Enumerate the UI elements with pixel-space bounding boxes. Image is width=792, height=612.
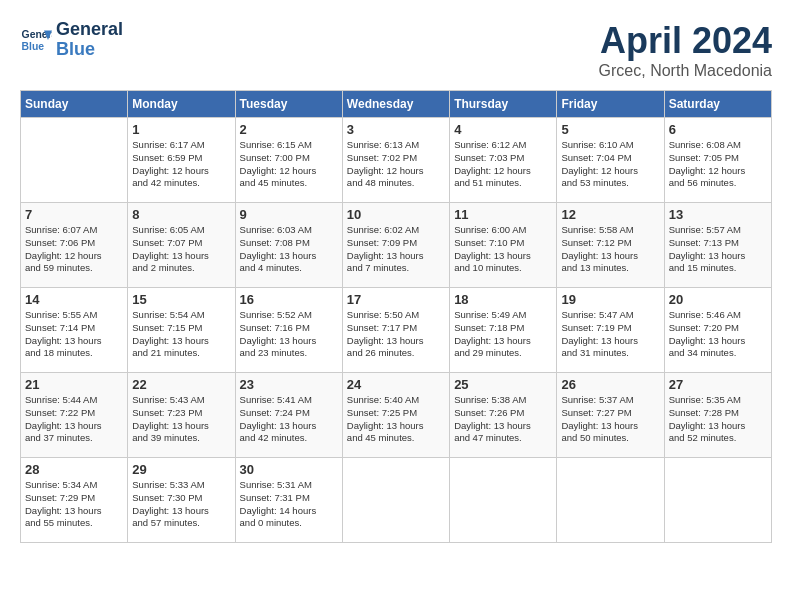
calendar-cell: 21Sunrise: 5:44 AM Sunset: 7:22 PM Dayli… [21, 373, 128, 458]
header: General Blue General Blue April 2024 Grc… [20, 20, 772, 80]
day-number: 22 [132, 377, 230, 392]
day-info: Sunrise: 6:13 AM Sunset: 7:02 PM Dayligh… [347, 139, 445, 190]
calendar-week-3: 14Sunrise: 5:55 AM Sunset: 7:14 PM Dayli… [21, 288, 772, 373]
calendar-cell: 24Sunrise: 5:40 AM Sunset: 7:25 PM Dayli… [342, 373, 449, 458]
calendar-cell: 28Sunrise: 5:34 AM Sunset: 7:29 PM Dayli… [21, 458, 128, 543]
calendar-cell: 2Sunrise: 6:15 AM Sunset: 7:00 PM Daylig… [235, 118, 342, 203]
calendar-cell: 10Sunrise: 6:02 AM Sunset: 7:09 PM Dayli… [342, 203, 449, 288]
day-info: Sunrise: 5:37 AM Sunset: 7:27 PM Dayligh… [561, 394, 659, 445]
calendar-cell: 29Sunrise: 5:33 AM Sunset: 7:30 PM Dayli… [128, 458, 235, 543]
calendar-cell: 5Sunrise: 6:10 AM Sunset: 7:04 PM Daylig… [557, 118, 664, 203]
calendar-week-5: 28Sunrise: 5:34 AM Sunset: 7:29 PM Dayli… [21, 458, 772, 543]
logo: General Blue General Blue [20, 20, 123, 60]
title-area: April 2024 Grcec, North Macedonia [599, 20, 772, 80]
day-number: 15 [132, 292, 230, 307]
day-number: 30 [240, 462, 338, 477]
day-number: 5 [561, 122, 659, 137]
day-info: Sunrise: 6:00 AM Sunset: 7:10 PM Dayligh… [454, 224, 552, 275]
calendar-cell: 12Sunrise: 5:58 AM Sunset: 7:12 PM Dayli… [557, 203, 664, 288]
calendar-cell [342, 458, 449, 543]
day-number: 1 [132, 122, 230, 137]
calendar-header-row: SundayMondayTuesdayWednesdayThursdayFrid… [21, 91, 772, 118]
day-number: 9 [240, 207, 338, 222]
calendar-cell: 4Sunrise: 6:12 AM Sunset: 7:03 PM Daylig… [450, 118, 557, 203]
day-number: 13 [669, 207, 767, 222]
day-info: Sunrise: 5:44 AM Sunset: 7:22 PM Dayligh… [25, 394, 123, 445]
day-number: 14 [25, 292, 123, 307]
day-info: Sunrise: 5:50 AM Sunset: 7:17 PM Dayligh… [347, 309, 445, 360]
day-info: Sunrise: 5:52 AM Sunset: 7:16 PM Dayligh… [240, 309, 338, 360]
calendar-cell: 16Sunrise: 5:52 AM Sunset: 7:16 PM Dayli… [235, 288, 342, 373]
calendar-cell: 15Sunrise: 5:54 AM Sunset: 7:15 PM Dayli… [128, 288, 235, 373]
calendar-cell: 18Sunrise: 5:49 AM Sunset: 7:18 PM Dayli… [450, 288, 557, 373]
day-number: 2 [240, 122, 338, 137]
day-number: 17 [347, 292, 445, 307]
day-info: Sunrise: 6:05 AM Sunset: 7:07 PM Dayligh… [132, 224, 230, 275]
day-number: 25 [454, 377, 552, 392]
day-number: 4 [454, 122, 552, 137]
day-number: 3 [347, 122, 445, 137]
calendar-cell: 22Sunrise: 5:43 AM Sunset: 7:23 PM Dayli… [128, 373, 235, 458]
day-info: Sunrise: 5:41 AM Sunset: 7:24 PM Dayligh… [240, 394, 338, 445]
calendar-week-2: 7Sunrise: 6:07 AM Sunset: 7:06 PM Daylig… [21, 203, 772, 288]
calendar-cell: 30Sunrise: 5:31 AM Sunset: 7:31 PM Dayli… [235, 458, 342, 543]
day-info: Sunrise: 6:10 AM Sunset: 7:04 PM Dayligh… [561, 139, 659, 190]
logo-icon: General Blue [20, 24, 52, 56]
calendar-cell [21, 118, 128, 203]
day-number: 11 [454, 207, 552, 222]
calendar-cell: 27Sunrise: 5:35 AM Sunset: 7:28 PM Dayli… [664, 373, 771, 458]
day-info: Sunrise: 5:43 AM Sunset: 7:23 PM Dayligh… [132, 394, 230, 445]
day-number: 27 [669, 377, 767, 392]
day-info: Sunrise: 6:03 AM Sunset: 7:08 PM Dayligh… [240, 224, 338, 275]
day-number: 20 [669, 292, 767, 307]
day-number: 18 [454, 292, 552, 307]
calendar-cell: 26Sunrise: 5:37 AM Sunset: 7:27 PM Dayli… [557, 373, 664, 458]
day-number: 7 [25, 207, 123, 222]
calendar-cell: 3Sunrise: 6:13 AM Sunset: 7:02 PM Daylig… [342, 118, 449, 203]
day-info: Sunrise: 6:08 AM Sunset: 7:05 PM Dayligh… [669, 139, 767, 190]
day-info: Sunrise: 5:47 AM Sunset: 7:19 PM Dayligh… [561, 309, 659, 360]
day-number: 28 [25, 462, 123, 477]
calendar-cell: 11Sunrise: 6:00 AM Sunset: 7:10 PM Dayli… [450, 203, 557, 288]
day-info: Sunrise: 5:54 AM Sunset: 7:15 PM Dayligh… [132, 309, 230, 360]
calendar-cell: 1Sunrise: 6:17 AM Sunset: 6:59 PM Daylig… [128, 118, 235, 203]
day-info: Sunrise: 5:35 AM Sunset: 7:28 PM Dayligh… [669, 394, 767, 445]
day-number: 10 [347, 207, 445, 222]
calendar-cell [557, 458, 664, 543]
day-number: 8 [132, 207, 230, 222]
day-info: Sunrise: 5:58 AM Sunset: 7:12 PM Dayligh… [561, 224, 659, 275]
calendar-cell [450, 458, 557, 543]
calendar-week-4: 21Sunrise: 5:44 AM Sunset: 7:22 PM Dayli… [21, 373, 772, 458]
day-info: Sunrise: 5:33 AM Sunset: 7:30 PM Dayligh… [132, 479, 230, 530]
calendar-cell: 23Sunrise: 5:41 AM Sunset: 7:24 PM Dayli… [235, 373, 342, 458]
day-info: Sunrise: 6:07 AM Sunset: 7:06 PM Dayligh… [25, 224, 123, 275]
day-number: 23 [240, 377, 338, 392]
day-number: 19 [561, 292, 659, 307]
header-cell-thursday: Thursday [450, 91, 557, 118]
day-number: 29 [132, 462, 230, 477]
calendar-cell: 13Sunrise: 5:57 AM Sunset: 7:13 PM Dayli… [664, 203, 771, 288]
day-info: Sunrise: 5:55 AM Sunset: 7:14 PM Dayligh… [25, 309, 123, 360]
svg-text:Blue: Blue [22, 40, 45, 51]
day-number: 6 [669, 122, 767, 137]
calendar-cell: 25Sunrise: 5:38 AM Sunset: 7:26 PM Dayli… [450, 373, 557, 458]
calendar-cell: 20Sunrise: 5:46 AM Sunset: 7:20 PM Dayli… [664, 288, 771, 373]
header-cell-sunday: Sunday [21, 91, 128, 118]
calendar-cell: 7Sunrise: 6:07 AM Sunset: 7:06 PM Daylig… [21, 203, 128, 288]
calendar-cell: 17Sunrise: 5:50 AM Sunset: 7:17 PM Dayli… [342, 288, 449, 373]
header-cell-saturday: Saturday [664, 91, 771, 118]
header-cell-tuesday: Tuesday [235, 91, 342, 118]
header-cell-wednesday: Wednesday [342, 91, 449, 118]
calendar-week-1: 1Sunrise: 6:17 AM Sunset: 6:59 PM Daylig… [21, 118, 772, 203]
calendar-cell: 9Sunrise: 6:03 AM Sunset: 7:08 PM Daylig… [235, 203, 342, 288]
day-info: Sunrise: 6:12 AM Sunset: 7:03 PM Dayligh… [454, 139, 552, 190]
day-number: 12 [561, 207, 659, 222]
header-cell-monday: Monday [128, 91, 235, 118]
day-info: Sunrise: 5:38 AM Sunset: 7:26 PM Dayligh… [454, 394, 552, 445]
day-number: 26 [561, 377, 659, 392]
calendar-cell: 19Sunrise: 5:47 AM Sunset: 7:19 PM Dayli… [557, 288, 664, 373]
header-cell-friday: Friday [557, 91, 664, 118]
calendar-cell: 14Sunrise: 5:55 AM Sunset: 7:14 PM Dayli… [21, 288, 128, 373]
day-info: Sunrise: 5:46 AM Sunset: 7:20 PM Dayligh… [669, 309, 767, 360]
day-info: Sunrise: 6:17 AM Sunset: 6:59 PM Dayligh… [132, 139, 230, 190]
